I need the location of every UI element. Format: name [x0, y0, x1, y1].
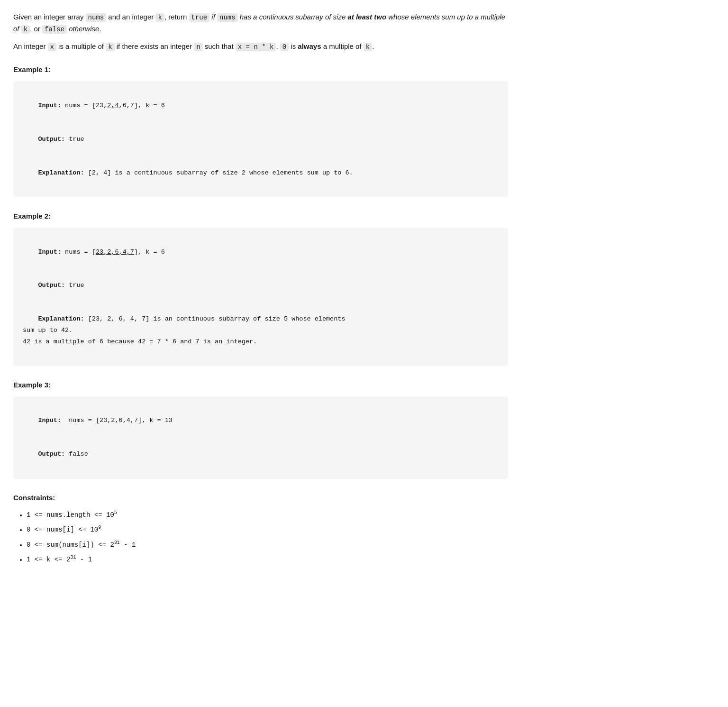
- nums-code-2: nums: [217, 13, 238, 22]
- constraint-item-2: 0 <= nums[i] <= 109: [27, 524, 508, 536]
- constraints-section: Constraints: 1 <= nums.length <= 105 0 <…: [13, 492, 508, 566]
- example-3-section: Example 3: Input: nums = [23,2,6,4,7], k…: [13, 379, 508, 479]
- description-paragraph-2: An integer x is a multiple of k if there…: [13, 41, 508, 53]
- example-1-explanation: Explanation: [2, 4] is a continuous suba…: [38, 169, 353, 176]
- example-3-title: Example 3:: [13, 379, 508, 391]
- x-code: x: [48, 43, 56, 51]
- constraints-list: 1 <= nums.length <= 105 0 <= nums[i] <= …: [13, 509, 508, 566]
- example-1-input-label: Input: nums = [23,2,4,6,7], k = 6: [38, 102, 164, 109]
- example-1-box: Input: nums = [23,2,4,6,7], k = 6 Output…: [13, 81, 508, 197]
- k-code-1: k: [155, 13, 164, 22]
- example-2-output: Output: true: [38, 282, 84, 289]
- example-3-output: Output: false: [38, 450, 88, 458]
- k-end-code: k: [364, 43, 372, 51]
- true-code: true: [189, 13, 210, 22]
- constraint-item-3: 0 <= sum(nums[i]) <= 231 - 1: [27, 539, 508, 551]
- problem-description: Given an integer array nums and an integ…: [13, 11, 508, 53]
- constraint-item-1: 1 <= nums.length <= 105: [27, 509, 508, 521]
- false-code: false: [42, 25, 67, 34]
- example-2-input-label: Input: nums = [23,2,6,4,7], k = 6: [38, 248, 164, 256]
- example-2-box: Input: nums = [23,2,6,4,7], k = 6 Output…: [13, 228, 508, 366]
- n-code: n: [194, 43, 202, 51]
- example-2-explanation: Explanation: [23, 2, 6, 4, 7] is an cont…: [23, 315, 346, 345]
- equation-code: x = n * k: [236, 43, 276, 51]
- example-2-section: Example 2: Input: nums = [23,2,6,4,7], k…: [13, 211, 508, 366]
- example-2-title: Example 2:: [13, 211, 508, 222]
- nums-code-1: nums: [86, 13, 107, 22]
- k-code-2: k: [21, 25, 30, 34]
- constraints-title: Constraints:: [13, 492, 508, 504]
- example-1-output: Output: true: [38, 136, 84, 143]
- example-3-box: Input: nums = [23,2,6,4,7], k = 13 Outpu…: [13, 396, 508, 479]
- description-paragraph-1: Given an integer array nums and an integ…: [13, 11, 508, 35]
- example-1-title: Example 1:: [13, 64, 508, 75]
- constraint-item-4: 1 <= k <= 231 - 1: [27, 553, 508, 565]
- example-3-input-label: Input: nums = [23,2,6,4,7], k = 13: [38, 417, 173, 424]
- example-1-section: Example 1: Input: nums = [23,2,4,6,7], k…: [13, 64, 508, 197]
- k-note-code: k: [106, 43, 114, 51]
- zero-code: 0: [280, 43, 289, 51]
